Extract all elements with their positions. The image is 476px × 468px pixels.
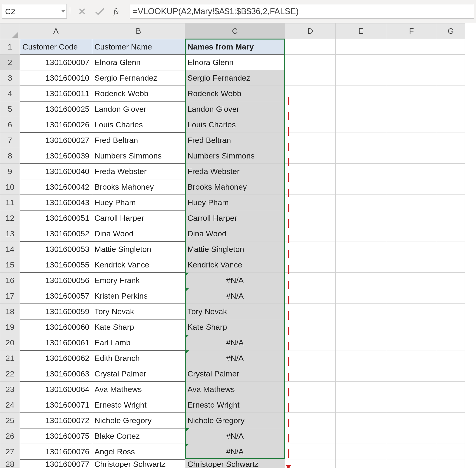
cell-G22[interactable]	[437, 366, 465, 381]
row-header-16[interactable]: 16	[0, 273, 20, 288]
cell-C22[interactable]: Crystal Palmer	[185, 366, 285, 381]
cell-A27[interactable]: 1301600076	[20, 444, 92, 459]
cell-B18[interactable]: Tory Novak	[92, 304, 185, 319]
cell-A20[interactable]: 1301600061	[20, 335, 92, 351]
cell-G8[interactable]	[437, 148, 465, 164]
cell-D8[interactable]	[285, 148, 336, 164]
cell-A6[interactable]: 1301600026	[20, 117, 92, 132]
cell-C4[interactable]: Roderick Webb	[185, 86, 285, 101]
cell-E12[interactable]	[336, 210, 386, 226]
row-header-21[interactable]: 21	[0, 351, 20, 366]
cell-F26[interactable]	[386, 428, 437, 444]
cell-A24[interactable]: 1301600071	[20, 397, 92, 413]
row-header-2[interactable]: 2	[0, 55, 20, 70]
cell-G23[interactable]	[437, 381, 465, 397]
cell-B12[interactable]: Carroll Harper	[92, 210, 185, 226]
cell-A28[interactable]: 1301600077	[20, 459, 92, 468]
cell-G16[interactable]	[437, 273, 465, 288]
row-header-23[interactable]: 23	[0, 381, 20, 397]
cell-E16[interactable]	[336, 273, 386, 288]
cell-A25[interactable]: 1301600072	[20, 413, 92, 428]
cell-E28[interactable]	[336, 459, 386, 468]
cell-B26[interactable]: Blake Cortez	[92, 428, 185, 444]
cell-E9[interactable]	[336, 164, 386, 179]
cell-C27[interactable]: #N/A	[185, 444, 285, 459]
cell-B15[interactable]: Kendrick Vance	[92, 257, 185, 273]
cell-C15[interactable]: Kendrick Vance	[185, 257, 285, 273]
cell-B7[interactable]: Fred Beltran	[92, 132, 185, 148]
cell-B28[interactable]: Christoper Schwartz	[92, 459, 185, 468]
cell-B4[interactable]: Roderick Webb	[92, 86, 185, 101]
cell-F7[interactable]	[386, 132, 437, 148]
cell-G25[interactable]	[437, 413, 465, 428]
cell-D10[interactable]	[285, 179, 336, 195]
cell-A10[interactable]: 1301600042	[20, 179, 92, 195]
cell-F22[interactable]	[386, 366, 437, 381]
cell-C1[interactable]: Names from Mary	[185, 39, 285, 55]
cell-B20[interactable]: Earl Lamb	[92, 335, 185, 351]
cell-E26[interactable]	[336, 428, 386, 444]
cell-E27[interactable]	[336, 444, 386, 459]
cell-A3[interactable]: 1301600010	[20, 70, 92, 86]
cell-C9[interactable]: Freda Webster	[185, 164, 285, 179]
row-header-12[interactable]: 12	[0, 210, 20, 226]
row-header-20[interactable]: 20	[0, 335, 20, 351]
cell-B21[interactable]: Edith Branch	[92, 351, 185, 366]
cell-D21[interactable]	[285, 351, 336, 366]
cell-D13[interactable]	[285, 226, 336, 241]
cell-D27[interactable]	[285, 444, 336, 459]
cell-D2[interactable]	[285, 55, 336, 70]
cell-C7[interactable]: Fred Beltran	[185, 132, 285, 148]
cell-E3[interactable]	[336, 70, 386, 86]
cell-D15[interactable]	[285, 257, 336, 273]
cell-C11[interactable]: Huey Pham	[185, 195, 285, 210]
cell-B3[interactable]: Sergio Fernandez	[92, 70, 185, 86]
row-header-18[interactable]: 18	[0, 304, 20, 319]
cell-C13[interactable]: Dina Wood	[185, 226, 285, 241]
cell-F5[interactable]	[386, 101, 437, 117]
cell-B14[interactable]: Mattie Singleton	[92, 241, 185, 257]
row-header-6[interactable]: 6	[0, 117, 20, 132]
cell-G4[interactable]	[437, 86, 465, 101]
cell-E15[interactable]	[336, 257, 386, 273]
column-header-C[interactable]: C	[185, 23, 285, 39]
cell-F17[interactable]	[386, 288, 437, 304]
cell-C8[interactable]: Numbers Simmons	[185, 148, 285, 164]
cell-C6[interactable]: Louis Charles	[185, 117, 285, 132]
cell-F25[interactable]	[386, 413, 437, 428]
cell-F12[interactable]	[386, 210, 437, 226]
row-header-27[interactable]: 27	[0, 444, 20, 459]
cell-C17[interactable]: #N/A	[185, 288, 285, 304]
cell-C26[interactable]: #N/A	[185, 428, 285, 444]
cell-E4[interactable]	[336, 86, 386, 101]
cell-A1[interactable]: Customer Code	[20, 39, 92, 55]
cell-D17[interactable]	[285, 288, 336, 304]
cell-G24[interactable]	[437, 397, 465, 413]
cell-B23[interactable]: Ava Mathews	[92, 381, 185, 397]
row-header-26[interactable]: 26	[0, 428, 20, 444]
grid[interactable]: A B C D E F G 1 Customer Code Customer N…	[0, 23, 465, 468]
cell-B8[interactable]: Numbers Simmons	[92, 148, 185, 164]
cell-G20[interactable]	[437, 335, 465, 351]
cell-B22[interactable]: Crystal Palmer	[92, 366, 185, 381]
cell-E25[interactable]	[336, 413, 386, 428]
cell-E20[interactable]	[336, 335, 386, 351]
cell-B6[interactable]: Louis Charles	[92, 117, 185, 132]
cell-F2[interactable]	[386, 55, 437, 70]
cell-F13[interactable]	[386, 226, 437, 241]
cell-A2[interactable]: 1301600007	[20, 55, 92, 70]
formula-input[interactable]: =VLOOKUP(A2,Mary!$A$1:$B$36,2,FALSE)	[130, 4, 474, 19]
cell-C10[interactable]: Brooks Mahoney	[185, 179, 285, 195]
cell-B17[interactable]: Kristen Perkins	[92, 288, 185, 304]
cell-A26[interactable]: 1301600075	[20, 428, 92, 444]
cell-C2[interactable]: Elnora Glenn	[185, 55, 285, 70]
cell-F27[interactable]	[386, 444, 437, 459]
row-header-25[interactable]: 25	[0, 413, 20, 428]
cell-E13[interactable]	[336, 226, 386, 241]
cell-D4[interactable]	[285, 86, 336, 101]
cell-D24[interactable]	[285, 397, 336, 413]
cell-D22[interactable]	[285, 366, 336, 381]
cell-C28[interactable]: Christoper Schwartz	[185, 459, 285, 468]
fx-icon[interactable]: fx	[113, 6, 119, 16]
column-header-A[interactable]: A	[20, 23, 92, 39]
